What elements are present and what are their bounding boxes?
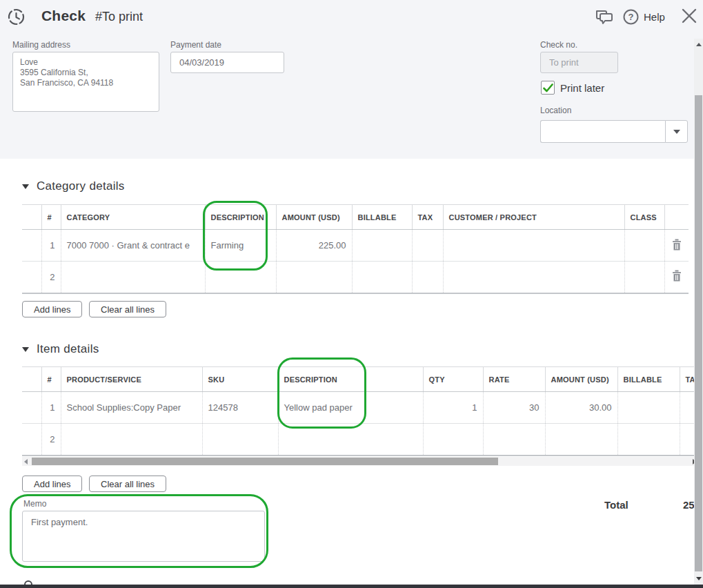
col-amount: AMOUNT (USD) [545, 367, 617, 392]
tax-cell[interactable] [412, 262, 443, 293]
col-billable: BILLABLE [352, 205, 412, 230]
mailing-address-input[interactable]: Love 3595 California St, San Francisco, … [12, 52, 159, 112]
footer-bar [0, 585, 703, 588]
category-row-1: 1 7000 7000 · Grant & contract e Farming… [22, 230, 689, 262]
row-number: 1 [41, 392, 61, 424]
category-clear-all-lines-button[interactable]: Clear all lines [89, 301, 166, 317]
item-details-toggle[interactable]: Item details [22, 342, 99, 356]
trash-icon[interactable] [672, 273, 682, 284]
rate-cell[interactable] [483, 424, 545, 455]
item-row-1: 1 School Supplies:Copy Paper 124578 Yell… [22, 392, 698, 424]
drag-column-header [22, 205, 41, 230]
tax-cell[interactable] [412, 230, 443, 262]
trash-icon[interactable] [672, 242, 682, 253]
location-value[interactable] [540, 120, 665, 143]
print-later-field: Print later [541, 81, 604, 95]
item-details-title: Item details [37, 342, 99, 356]
scroll-left-icon[interactable] [24, 459, 28, 464]
description-cell[interactable]: Farming [205, 230, 276, 262]
item-add-lines-button[interactable]: Add lines [22, 476, 82, 492]
amount-cell[interactable] [545, 424, 617, 455]
customer-project-cell[interactable] [443, 230, 624, 262]
sku-cell[interactable]: 124578 [202, 392, 278, 424]
payment-date-label: Payment date [170, 40, 221, 50]
close-icon[interactable] [680, 6, 699, 28]
location-dropdown[interactable] [540, 120, 688, 143]
top-panel: Check #To print ? Help Mailing address L… [0, 0, 703, 159]
product-service-cell[interactable]: School Supplies:Copy Paper [61, 392, 202, 424]
category-details-toggle[interactable]: Category details [22, 179, 125, 193]
help-label: Help [644, 11, 665, 23]
billable-cell[interactable] [352, 230, 412, 262]
description-cell[interactable] [205, 262, 276, 293]
vertical-scrollbar-thumb[interactable] [695, 95, 702, 571]
col-num: # [41, 205, 61, 230]
description-cell[interactable]: Yellow pad paper [278, 392, 423, 424]
item-details-scroll-viewport: # PRODUCT/SERVICE SKU DESCRIPTION QTY RA… [22, 366, 698, 456]
horizontal-scrollbar-thumb[interactable] [32, 458, 498, 465]
col-billable: BILLABLE [617, 367, 680, 392]
col-class: CLASS [624, 205, 664, 230]
col-description: DESCRIPTION [278, 367, 423, 392]
amount-cell[interactable]: 30.00 [545, 392, 617, 424]
category-details-title: Category details [37, 179, 125, 193]
print-later-checkbox[interactable] [541, 81, 555, 95]
svg-text:?: ? [628, 12, 634, 22]
rate-cell[interactable]: 30 [483, 392, 545, 424]
col-rate: RATE [483, 367, 545, 392]
check-form-window: Check #To print ? Help Mailing address L… [0, 0, 703, 588]
payment-date-input[interactable] [170, 52, 284, 73]
mailing-address-label: Mailing address [12, 40, 70, 50]
page-title: Check #To print [41, 8, 143, 24]
product-service-cell[interactable] [61, 424, 202, 455]
help-icon: ? [623, 9, 639, 25]
check-no-input[interactable] [540, 52, 618, 73]
drag-column-header [22, 367, 41, 392]
category-row-2: 2 [22, 262, 689, 293]
class-cell[interactable] [624, 230, 664, 262]
col-qty: QTY [423, 367, 483, 392]
col-tax: TAX [412, 205, 443, 230]
row-number: 2 [41, 262, 61, 293]
doc-type-title: Check [41, 8, 86, 24]
location-dropdown-button[interactable] [665, 120, 688, 143]
qty-cell[interactable] [423, 424, 483, 455]
collapse-triangle-icon [22, 184, 29, 189]
qty-cell[interactable]: 1 [423, 392, 483, 424]
checkbox-check-icon [543, 84, 553, 92]
check-no-label: Check no. [540, 40, 577, 50]
category-add-lines-button[interactable]: Add lines [22, 301, 82, 317]
row-number: 2 [41, 424, 61, 455]
help-button[interactable]: ? Help [623, 9, 665, 25]
category-cell[interactable]: 7000 7000 · Grant & contract e [61, 230, 205, 262]
scroll-down-icon[interactable] [696, 577, 702, 580]
col-sku: SKU [202, 367, 278, 392]
feedback-icon[interactable] [593, 9, 615, 30]
chevron-down-icon [673, 130, 680, 134]
col-customer-project: CUSTOMER / PROJECT [443, 205, 624, 230]
scroll-up-icon[interactable] [696, 43, 702, 46]
location-label: Location [540, 106, 571, 115]
col-amount: AMOUNT (USD) [276, 205, 352, 230]
amount-cell[interactable] [276, 262, 352, 293]
item-header-row: # PRODUCT/SERVICE SKU DESCRIPTION QTY RA… [22, 367, 698, 392]
item-clear-all-lines-button[interactable]: Clear all lines [89, 476, 166, 492]
class-cell[interactable] [624, 262, 664, 293]
item-row-2: 2 [22, 424, 698, 455]
total-label: Total [604, 499, 628, 511]
item-details-table: # PRODUCT/SERVICE SKU DESCRIPTION QTY RA… [22, 366, 698, 456]
horizontal-scrollbar[interactable] [22, 457, 698, 466]
billable-cell[interactable] [352, 262, 412, 293]
memo-input[interactable]: First payment. [22, 511, 265, 562]
category-cell[interactable] [61, 262, 205, 293]
amount-cell[interactable]: 225.00 [276, 230, 352, 262]
sku-cell[interactable] [202, 424, 278, 455]
history-icon[interactable] [7, 8, 26, 29]
category-header-row: # CATEGORY DESCRIPTION AMOUNT (USD) BILL… [22, 205, 689, 230]
billable-cell[interactable] [617, 424, 680, 455]
doc-number: #To print [95, 10, 143, 24]
print-later-label: Print later [560, 82, 604, 94]
description-cell[interactable] [278, 424, 423, 455]
billable-cell[interactable] [617, 392, 680, 424]
customer-project-cell[interactable] [443, 262, 624, 293]
